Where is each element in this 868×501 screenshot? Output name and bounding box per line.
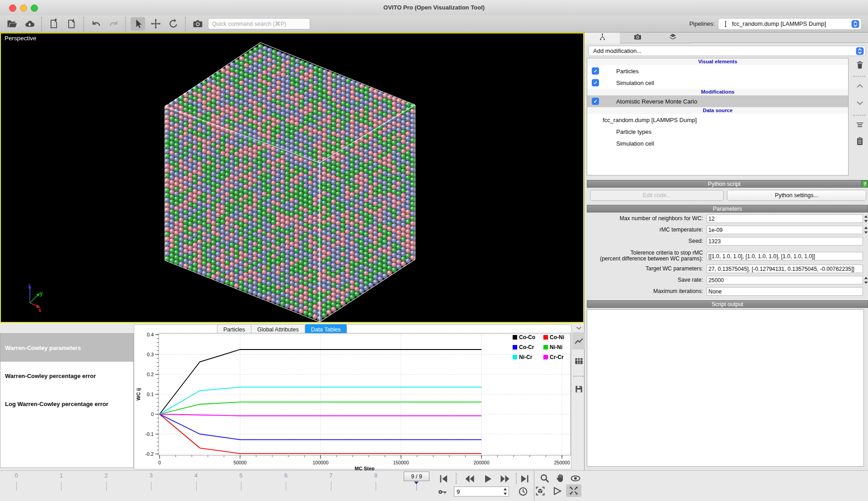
data-table-item[interactable]: Warren-Cowley percentage error	[0, 362, 133, 390]
data-table-item[interactable]: Warren-Cowley parameters	[0, 334, 133, 362]
script-output-header: Script output	[587, 300, 868, 308]
timeline-tick	[331, 482, 331, 491]
parameter-row: Max number of neighbors for WC:12	[588, 214, 865, 226]
timeline-tick-label[interactable]: 7	[324, 473, 338, 479]
undo-icon[interactable]	[89, 17, 103, 31]
pan-tool-icon[interactable]	[552, 472, 568, 484]
tab-pipeline[interactable]	[585, 33, 620, 43]
play-button[interactable]	[480, 473, 495, 485]
tab-render[interactable]	[620, 33, 656, 43]
export-file-icon[interactable]	[47, 17, 61, 31]
tab-overlays[interactable]	[655, 33, 691, 43]
timeline-tick-label[interactable]: 4	[189, 473, 203, 479]
maximize-viewport-icon[interactable]	[566, 484, 581, 497]
timeline-tick	[151, 482, 151, 491]
step-back-button[interactable]	[460, 473, 479, 485]
parameter-row: Save rate:25000	[588, 276, 865, 287]
pipeline-tab-icon	[598, 33, 607, 43]
dropdown-stepper-icon[interactable]	[851, 20, 859, 28]
copy-pipeline-icon[interactable]	[853, 135, 867, 147]
zoom-scene-extents-icon[interactable]	[533, 485, 548, 497]
pipeline-item[interactable]: Particle types	[587, 126, 848, 137]
timeline-tick-label[interactable]: 5	[234, 473, 248, 479]
pipeline-item[interactable]: ✓Atomistic Reverse Monte Carlo	[587, 95, 848, 107]
pipeline-item[interactable]: ✓Particles	[587, 65, 848, 77]
move-up-icon[interactable]	[853, 80, 867, 92]
render-icon[interactable]	[190, 17, 205, 31]
pipeline-item[interactable]: Simulation cell	[587, 137, 848, 149]
zoom-tool-icon[interactable]	[537, 472, 552, 485]
timeline-tick-label[interactable]: 8	[369, 473, 382, 479]
spinner-arrows-icon[interactable]	[863, 276, 868, 285]
frame-number-input[interactable]	[454, 488, 503, 496]
parameter-field[interactable]: 1e-09	[707, 226, 863, 234]
dropdown-stepper-icon	[856, 47, 864, 55]
ovito-window: OVITO Pro (Open Visualization Tool) Pipe…	[0, 0, 868, 501]
animation-key-icon[interactable]	[435, 486, 450, 498]
table-view-icon[interactable]	[572, 352, 585, 369]
timeline-tick	[196, 482, 197, 491]
rotate-mode-icon[interactable]	[166, 17, 180, 31]
svg-text:0: 0	[158, 460, 161, 465]
timeline-tick-label[interactable]: 0	[9, 473, 23, 479]
item-checkbox[interactable]: ✓	[592, 98, 599, 105]
svg-text:0.2: 0.2	[147, 372, 154, 377]
pipeline-item-label: Atomistic Reverse Monte Carlo	[616, 98, 697, 105]
script-output-area[interactable]	[587, 309, 864, 467]
delete-modifier-icon[interactable]	[853, 59, 867, 71]
skip-to-start-button[interactable]	[436, 473, 451, 485]
add-modification-dropdown[interactable]: Add modification...	[588, 46, 866, 56]
viewport-arrow-icon[interactable]	[550, 485, 565, 497]
help-button[interactable]: ?	[862, 180, 868, 188]
move-down-icon[interactable]	[853, 97, 867, 109]
select-mode-icon[interactable]	[131, 17, 145, 31]
pipeline-icon	[722, 20, 729, 28]
viewport-view-label[interactable]: Perspective	[5, 35, 37, 42]
import-file-icon[interactable]	[64, 17, 79, 31]
frame-spinbox[interactable]	[454, 487, 509, 496]
parameter-field[interactable]: 1323	[707, 237, 863, 246]
parameter-field[interactable]: 25000	[707, 276, 863, 284]
open-file-icon[interactable]	[5, 17, 19, 31]
search-input[interactable]	[208, 18, 310, 29]
timeline-tick-label[interactable]: 3	[144, 473, 158, 479]
remote-import-icon[interactable]	[22, 17, 37, 31]
current-frame-indicator[interactable]: 9 / 9	[404, 472, 429, 481]
timeline-tick-label[interactable]: 1	[54, 473, 68, 479]
layers-tab-icon	[669, 33, 677, 43]
viewport-3d[interactable]: Perspective z y x	[0, 33, 584, 323]
parameter-field[interactable]: 27, 0.13575045], [-0.12794131, 0.1357504…	[707, 265, 863, 273]
modifier-actions-icon[interactable]	[853, 118, 867, 131]
python-settings-button[interactable]: Python settings...	[727, 190, 866, 201]
chart-view-icon[interactable]	[572, 332, 585, 350]
redo-icon[interactable]	[106, 17, 121, 31]
move-mode-icon[interactable]	[148, 17, 163, 31]
parameter-field[interactable]: None	[707, 287, 863, 296]
pipeline-item-label: Simulation cell	[616, 80, 654, 86]
spinner-arrows-icon[interactable]	[863, 226, 868, 235]
item-checkbox[interactable]: ✓	[592, 67, 599, 75]
toolbar-separator	[83, 17, 84, 31]
spinbox-arrows-icon[interactable]	[503, 487, 508, 496]
parameter-field[interactable]: 12	[707, 214, 863, 223]
data-table-item[interactable]: Log Warren-Cowley percentage error	[0, 390, 133, 418]
step-forward-button[interactable]	[495, 473, 514, 485]
pipeline-item[interactable]: fcc_random.dump [LAMMPS Dump]	[587, 114, 848, 126]
timeline-tick-label[interactable]: 2	[99, 473, 113, 479]
edit-code-button[interactable]: Edit code...	[590, 190, 724, 201]
pipeline-item[interactable]: ✓Simulation cell	[587, 77, 848, 89]
command-panel: Add modification... Visual elements✓Part…	[584, 33, 868, 501]
animation-settings-icon[interactable]	[515, 485, 531, 498]
collapse-panel-icon[interactable]	[572, 324, 585, 332]
timeline-tick-label[interactable]: 6	[279, 473, 292, 479]
parameter-field[interactable]: [[1.0, 1.0, 1.0], [1.0, 1.0, 1.0], [1.0,…	[707, 252, 863, 260]
item-checkbox[interactable]: ✓	[592, 79, 599, 86]
pipeline-select[interactable]: fcc_random.dump [LAMMPS Dump]	[718, 18, 862, 30]
orbit-tool-icon[interactable]	[568, 472, 583, 485]
export-data-icon[interactable]	[572, 380, 585, 397]
spinner-arrows-icon[interactable]	[863, 214, 868, 223]
particle-render-canvas[interactable]	[1, 33, 583, 322]
main-toolbar: Pipelines: fcc_random.dump [LAMMPS Dump]	[0, 15, 868, 33]
svg-text:200000: 200000	[473, 460, 489, 465]
skip-to-end-button[interactable]	[517, 473, 533, 485]
